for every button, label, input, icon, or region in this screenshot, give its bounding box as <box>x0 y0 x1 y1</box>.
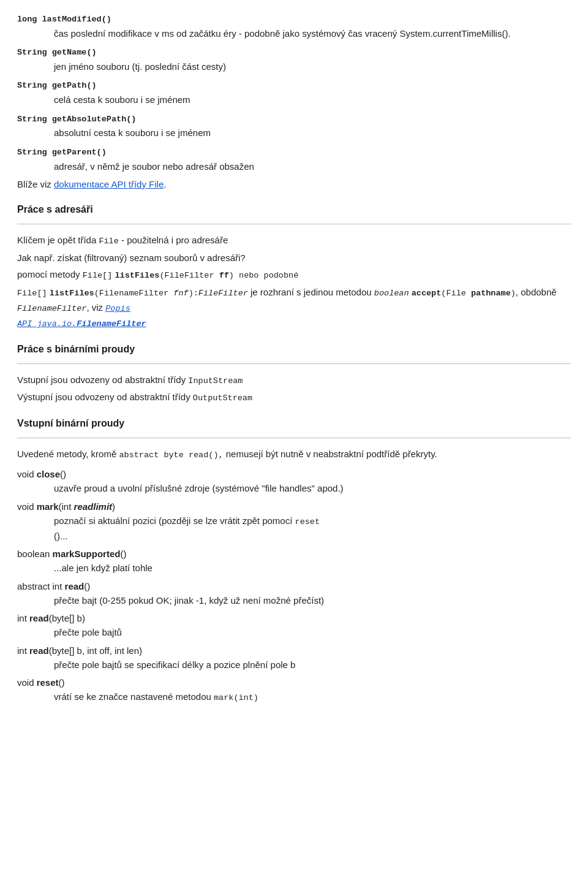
method-getName: String getName() jen jméno souboru (tj. … <box>17 44 571 74</box>
method-readBytes: int read(byte[] b) přečte pole bajtů <box>17 611 571 640</box>
getParent-desc: adresář, v němž je soubor nebo adresář o… <box>54 159 571 173</box>
vstupni-intro: Uvedené metody, kromě abstract byte read… <box>17 447 571 462</box>
group-path-methods: String getPath() celá cesta k souboru i … <box>17 77 571 191</box>
adresare-para3: pomocí metody File[] listFiles(FileFilte… <box>17 267 571 283</box>
section-heading-binarni: Práce s binárními proudy <box>17 342 571 357</box>
section-heading-adresare: Práce s adresáři <box>17 202 571 218</box>
method-readBytesOff: int read(byte[] b, int off, int len) pře… <box>17 644 571 672</box>
method-desc-getName: jen jméno souboru (tj. poslední část ces… <box>54 59 571 74</box>
method-close: void close() uzavře proud a uvolní přísl… <box>17 467 571 496</box>
getAbsolutePath-entry: String getAbsolutePath() <box>17 111 571 126</box>
method-mark: void mark(int readlimit) poznačí si aktu… <box>17 500 571 543</box>
section-divider-1 <box>17 224 571 224</box>
method-desc-lastModified: čas poslední modifikace v ms od začátku … <box>54 26 571 40</box>
adresare-para2: Jak např. získat (filtrovaný) seznam sou… <box>17 251 571 265</box>
section-vstupni-proudy: Vstupní binární proudy Uvedené metody, k… <box>17 416 571 705</box>
section-divider-3 <box>17 438 571 438</box>
method-lastModified: long lastModified() čas poslední modifik… <box>17 11 571 40</box>
section-adresare: Práce s adresáři Klíčem je opět třída Fi… <box>17 202 571 331</box>
section-heading-vstupni: Vstupní binární proudy <box>17 416 571 431</box>
adresare-para4: File[] listFiles(FilenameFilter fnf):Fil… <box>17 285 571 331</box>
getAbsolutePath-desc: absolutní cesta k souboru i se jménem <box>54 126 571 140</box>
section-divider-2 <box>17 363 571 364</box>
method-markSupported: boolean markSupported() ...ale jen když … <box>17 547 571 576</box>
getPath-desc: celá cesta k souboru i se jménem <box>54 93 571 107</box>
api-link-text: Blíže viz dokumentace API třídy File. <box>17 177 571 191</box>
method-reset: void reset() vrátí se ke značce nastaven… <box>17 675 571 705</box>
binarni-para2: Výstupní jsou odvozeny od abstraktní tří… <box>17 390 571 405</box>
adresare-para1: Klíčem je opět třída File - použitelná i… <box>17 233 571 248</box>
method-readAbstract: abstract int read() přečte bajt (0-255 p… <box>17 579 571 608</box>
method-sig-getName: String getName() <box>17 48 97 57</box>
getPath-entry: String getPath() <box>17 77 571 93</box>
getParent-entry: String getParent() <box>17 144 571 159</box>
section-binarni-proudy: Práce s binárními proudy Vstupní jsou od… <box>17 342 571 406</box>
api-link[interactable]: dokumentace API třídy File <box>54 179 164 189</box>
binarni-para1: Vstupní jsou odvozeny od abstraktní tříd… <box>17 373 571 388</box>
method-sig-lastModified: long lastModified() <box>17 15 111 24</box>
